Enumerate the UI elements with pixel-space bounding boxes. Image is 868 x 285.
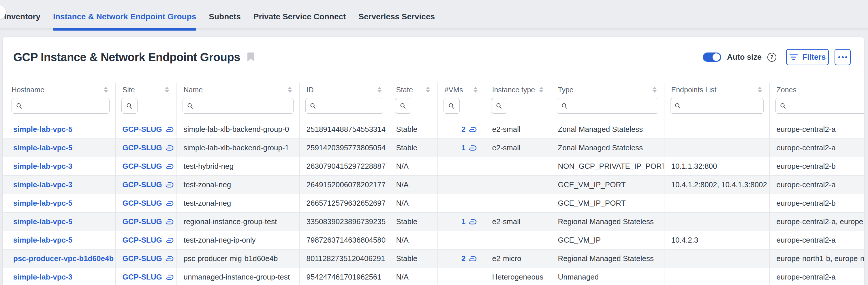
hostname-link[interactable]: simple-lab-vpc-3 [13, 273, 72, 281]
sort-icon[interactable] [539, 87, 543, 93]
hostname-link[interactable]: simple-lab-vpc-3 [13, 162, 72, 170]
endpoints-filter-input[interactable] [684, 102, 759, 110]
vms-link[interactable]: 1 [461, 144, 477, 152]
site-link[interactable]: GCP-SLUG [123, 125, 174, 134]
tab-instance-network-endpoint-groups[interactable]: Instance & Network Endpoint Groups [53, 0, 196, 31]
sort-icon[interactable] [473, 87, 477, 93]
id-filter-input[interactable] [319, 102, 379, 110]
site-link[interactable]: GCP-SLUG [123, 180, 174, 189]
vms-link[interactable]: 2 [461, 125, 477, 134]
vms-link[interactable]: 1 [461, 217, 477, 226]
tab-bar: Inventory Instance & Network Endpoint Gr… [0, 0, 868, 31]
zones-filter-input[interactable] [789, 102, 864, 110]
hostname-link[interactable]: simple-lab-vpc-5 [13, 217, 72, 226]
site-link[interactable]: GCP-SLUG [123, 254, 174, 263]
hostname-link[interactable]: psc-producer-vpc-b1d60e4b [13, 254, 114, 263]
site-cell: GCP-SLUG [115, 250, 177, 268]
site-link[interactable]: GCP-SLUG [123, 217, 174, 226]
site-cell: GCP-SLUG [115, 213, 177, 231]
col-id: ID [299, 83, 389, 97]
site-cell: GCP-SLUG [115, 120, 177, 139]
instance-type-cell: Heterogeneous [485, 268, 551, 285]
zones-cell: europe-central2-a [769, 139, 864, 157]
sort-icon[interactable] [653, 87, 657, 93]
vms-cell [437, 268, 485, 285]
tab-subnets[interactable]: Subnets [209, 0, 241, 31]
zones-cell: europe-central2-a [769, 268, 864, 285]
link-icon [468, 145, 477, 151]
tab-serverless-services[interactable]: Serverless Services [359, 0, 435, 31]
vms-cell [437, 176, 485, 194]
sort-icon[interactable] [426, 87, 430, 93]
vms-filter[interactable] [443, 98, 460, 114]
auto-size-toggle[interactable] [703, 53, 721, 62]
bookmark-icon[interactable] [247, 53, 254, 62]
tab-private-service-connect[interactable]: Private Service Connect [253, 0, 346, 31]
type-filter-input[interactable] [571, 102, 654, 110]
state-cell: N/A [389, 157, 437, 176]
sort-icon[interactable] [377, 87, 381, 93]
sort-icon[interactable] [165, 87, 169, 93]
table-row: simple-lab-vpc-5 GCP-SLUG test-zonal-neg… [3, 231, 864, 250]
type-cell: GCE_VM_IP_PORT [551, 194, 664, 213]
site-link[interactable]: GCP-SLUG [123, 199, 174, 208]
help-icon[interactable]: ? [767, 53, 776, 62]
name-cell: simple-lab-xlb-backend-group-1 [177, 139, 299, 157]
table-row: simple-lab-vpc-5 GCP-SLUG test-zonal-neg… [3, 194, 864, 213]
site-link[interactable]: GCP-SLUG [123, 273, 174, 282]
hostname-link[interactable]: simple-lab-vpc-5 [13, 199, 72, 208]
endpoints-filter [670, 98, 764, 114]
site-cell: GCP-SLUG [115, 231, 177, 250]
link-icon [165, 127, 174, 132]
table-row: simple-lab-vpc-3 GCP-SLUG test-hybrid-ne… [3, 157, 864, 176]
endpoints-cell [664, 268, 769, 285]
site-cell: GCP-SLUG [115, 194, 177, 213]
col-zones: Zones [769, 83, 864, 97]
search-icon [16, 103, 23, 109]
hostname-filter-input[interactable] [25, 102, 105, 110]
more-options-button[interactable] [835, 49, 851, 65]
name-filter-input[interactable] [196, 102, 289, 110]
hostname-cell: simple-lab-vpc-5 [3, 139, 115, 157]
zones-cell: europe-central2-a [769, 176, 864, 194]
search-icon [675, 103, 681, 109]
id-cell: 7987263714636804580 [299, 231, 389, 250]
site-link[interactable]: GCP-SLUG [123, 144, 174, 152]
table-row: simple-lab-vpc-3 GCP-SLUG test-zonal-neg… [3, 176, 864, 194]
id-cell: 2630790415297228887 [299, 157, 389, 176]
sort-icon[interactable] [104, 87, 108, 93]
vms-link[interactable]: 2 [461, 254, 477, 263]
search-icon [400, 103, 406, 109]
instance-type-filter[interactable] [491, 98, 507, 114]
hostname-link[interactable]: simple-lab-vpc-5 [13, 236, 72, 244]
vms-cell: 1 [437, 213, 485, 231]
hostname-link[interactable]: simple-lab-vpc-5 [13, 144, 72, 152]
zones-cell: europe-central2-a [769, 120, 864, 139]
type-cell: GCE_VM_IP [551, 231, 664, 250]
sort-icon[interactable] [758, 87, 762, 93]
hostname-link[interactable]: simple-lab-vpc-3 [13, 180, 72, 189]
link-icon [165, 274, 174, 280]
state-filter[interactable] [395, 98, 411, 114]
hostname-cell: simple-lab-vpc-5 [3, 194, 115, 213]
site-link[interactable]: GCP-SLUG [123, 162, 174, 171]
tab-inventory[interactable]: Inventory [4, 0, 40, 31]
hostname-cell: psc-producer-vpc-b1d60e4b [3, 250, 115, 268]
instance-type-cell: e2-micro [485, 250, 551, 268]
col-type: Type [551, 83, 664, 97]
type-cell: Regional Managed Stateless [551, 213, 664, 231]
filters-button[interactable]: Filters [786, 49, 829, 65]
site-filter[interactable] [121, 98, 137, 114]
search-icon [187, 103, 193, 109]
site-link[interactable]: GCP-SLUG [123, 236, 174, 245]
link-icon [165, 200, 174, 206]
sort-icon[interactable] [288, 87, 292, 93]
col-site: Site [115, 83, 177, 97]
endpoints-cell [664, 213, 769, 231]
vms-cell [437, 157, 485, 176]
header-filter-row [3, 97, 864, 120]
instance-type-cell: e2-small [485, 139, 551, 157]
hostname-link[interactable]: simple-lab-vpc-5 [13, 125, 72, 133]
col-state: State [389, 83, 437, 97]
instance-type-cell [485, 231, 551, 250]
